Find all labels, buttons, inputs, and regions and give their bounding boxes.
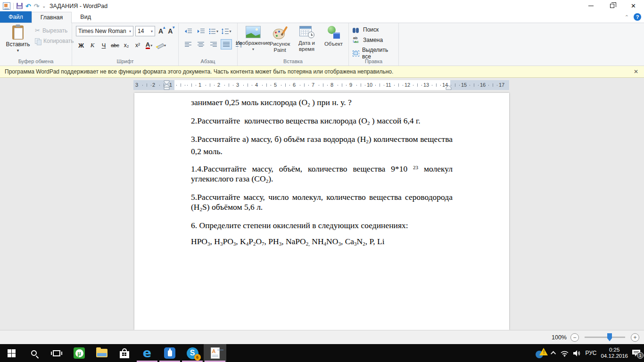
replace-button[interactable]: ab↳ac Замена bbox=[353, 36, 398, 43]
line-spacing-button[interactable]: ▾ bbox=[221, 26, 232, 36]
paragraph[interactable]: занимает 0,25 моль кислорода (O2 ) при н… bbox=[191, 98, 453, 110]
ruler-tick bbox=[356, 85, 357, 86]
align-left-button[interactable] bbox=[182, 39, 194, 49]
ruler-number: 13 bbox=[423, 80, 429, 90]
copy-icon bbox=[35, 38, 41, 44]
justify-button[interactable] bbox=[221, 39, 232, 49]
undo-icon[interactable]: ↶ bbox=[25, 3, 31, 9]
help-icon[interactable]: ? bbox=[634, 13, 641, 21]
taskbar-edge-button[interactable]: e bbox=[136, 344, 158, 362]
zoom-in-button[interactable]: + bbox=[631, 333, 639, 342]
wordpad-app-icon[interactable] bbox=[3, 2, 10, 10]
document-content[interactable]: занимает 0,25 моль кислорода (O2 ) при н… bbox=[134, 93, 509, 249]
taskbar-wordpad-button[interactable] bbox=[204, 344, 226, 362]
cut-button[interactable]: ✂ Вырезать bbox=[35, 27, 74, 34]
align-center-icon bbox=[198, 41, 205, 47]
tray-chevron-up-icon[interactable] bbox=[551, 351, 556, 356]
collapse-ribbon-icon[interactable]: ⌃ bbox=[625, 14, 629, 20]
zoom-out-button[interactable]: − bbox=[570, 333, 579, 342]
font-size-value: 14 bbox=[138, 28, 144, 34]
taskbar-skype-button[interactable]: S 6 bbox=[181, 344, 204, 362]
paragraph-group: ▾ ▾ ¶ Абзац bbox=[179, 23, 238, 66]
action-center-icon[interactable]: 1 bbox=[632, 350, 640, 357]
bold-button[interactable]: Ж bbox=[76, 40, 86, 50]
start-button[interactable] bbox=[0, 344, 23, 362]
date-time-button[interactable]: Дата и время bbox=[293, 25, 320, 53]
find-button[interactable]: Поиск bbox=[353, 26, 398, 33]
paint-drawing-button[interactable]: Рисунок Paint bbox=[266, 25, 293, 53]
select-all-button[interactable]: Выделить все bbox=[353, 47, 398, 60]
paragraph[interactable]: HPO3, H3PO3, K4P2O7, PH3, NaPO2, NH4NO3,… bbox=[191, 237, 453, 249]
document-page[interactable]: занимает 0,25 моль кислорода (O2 ) при н… bbox=[134, 93, 509, 330]
save-icon[interactable] bbox=[17, 3, 23, 9]
font-group: Times New Roman ▾ 14 ▾ A▲ A▼ Ж К Ч abc x… bbox=[72, 23, 179, 66]
strikethrough-button[interactable]: abc bbox=[110, 40, 120, 50]
superscript-button[interactable]: x² bbox=[132, 40, 143, 50]
align-center-button[interactable] bbox=[195, 39, 206, 49]
ruler-tick bbox=[243, 85, 244, 86]
highlighter-icon bbox=[156, 42, 164, 49]
indent-marker-right[interactable] bbox=[446, 80, 452, 90]
decrease-indent-button[interactable] bbox=[182, 26, 194, 36]
paragraph[interactable]: 1.4.Рассчитайте массу, объём, количество… bbox=[191, 163, 453, 186]
grow-font-button[interactable]: A▲ bbox=[157, 27, 165, 35]
shrink-font-button[interactable]: A▼ bbox=[166, 27, 174, 35]
font-family-combobox[interactable]: Times New Roman ▾ bbox=[76, 26, 133, 36]
taskbar-utorrent-button[interactable]: µ bbox=[68, 344, 91, 362]
tab-file[interactable]: Файл bbox=[0, 11, 32, 23]
indent-marker-left[interactable] bbox=[164, 80, 170, 90]
font-color-icon: А bbox=[146, 41, 150, 49]
close-button[interactable]: ✕ bbox=[623, 0, 644, 12]
wifi-icon[interactable] bbox=[560, 350, 569, 357]
ruler-number: 12 bbox=[405, 80, 410, 90]
restore-button[interactable] bbox=[602, 0, 623, 12]
align-right-button[interactable] bbox=[208, 39, 219, 49]
font-size-combobox[interactable]: 14 ▾ bbox=[135, 26, 155, 36]
taskbar-file-explorer-button[interactable] bbox=[91, 344, 113, 362]
customize-qat-dropdown-icon[interactable]: ⌄ bbox=[42, 4, 46, 8]
paragraph[interactable]: 6. Определите степени окислений в следую… bbox=[191, 221, 453, 230]
insert-object-button[interactable]: Объект bbox=[320, 25, 347, 53]
clipboard-group-label: Буфер обмена bbox=[0, 58, 72, 64]
insert-image-button[interactable]: Изображение ▾ bbox=[239, 25, 266, 53]
underline-button[interactable]: Ч bbox=[99, 40, 109, 50]
zoom-slider[interactable] bbox=[585, 337, 625, 338]
italic-button[interactable]: К bbox=[87, 40, 98, 50]
action-warning-icon[interactable]: ! bbox=[536, 347, 548, 359]
taskbar-touch-app-button[interactable] bbox=[158, 344, 181, 362]
zoom-slider-thumb[interactable] bbox=[607, 333, 612, 341]
action-center-badge: 1 bbox=[637, 352, 644, 359]
insert-object-label: Объект bbox=[324, 41, 343, 47]
taskbar: µ e S 6 ! РУС 0:25 04.12.2016 1 bbox=[0, 344, 644, 362]
taskbar-store-button[interactable] bbox=[113, 344, 136, 362]
redo-icon[interactable]: ↷ bbox=[34, 3, 40, 9]
font-color-button[interactable]: А ▾ bbox=[144, 40, 154, 50]
taskbar-search-button[interactable] bbox=[23, 344, 45, 362]
paragraph[interactable]: 2.Рассчитайте количество вещества кислор… bbox=[191, 116, 453, 128]
ruler-tick bbox=[421, 85, 422, 86]
volume-icon[interactable] bbox=[573, 350, 581, 357]
paste-label: Вставить bbox=[6, 41, 30, 48]
ruler[interactable]: 3211234567891011121314151617 bbox=[133, 80, 509, 90]
highlight-button[interactable]: ▾ bbox=[155, 40, 167, 50]
ruler-tick bbox=[151, 85, 151, 86]
warning-close-icon[interactable]: ✕ bbox=[634, 66, 638, 77]
paste-clipboard-icon bbox=[12, 25, 24, 40]
clock[interactable]: 0:25 04.12.2016 bbox=[601, 347, 628, 359]
language-indicator[interactable]: РУС bbox=[585, 350, 596, 356]
paragraph[interactable]: 5.Рассчитайте массу, число молекул, коли… bbox=[191, 192, 453, 214]
list-button[interactable]: ▾ bbox=[208, 26, 219, 36]
subscript-button[interactable]: x₂ bbox=[121, 40, 132, 50]
tab-home[interactable]: Главная bbox=[32, 12, 72, 23]
paragraph[interactable]: 3.Рассчитайте а) массу, б) объём газа во… bbox=[191, 134, 453, 156]
paint-palette-icon bbox=[273, 26, 287, 39]
paste-button[interactable]: Вставить ▾ bbox=[4, 25, 32, 57]
copy-button[interactable]: Копировать bbox=[35, 38, 74, 44]
windows-logo-icon bbox=[8, 349, 16, 357]
minimize-button[interactable] bbox=[580, 0, 602, 12]
tab-view[interactable]: Вид bbox=[72, 12, 99, 23]
increase-indent-button[interactable] bbox=[195, 26, 206, 36]
ruler-tick bbox=[327, 85, 328, 86]
task-view-button[interactable] bbox=[45, 344, 68, 362]
ruler-tick bbox=[342, 83, 342, 87]
